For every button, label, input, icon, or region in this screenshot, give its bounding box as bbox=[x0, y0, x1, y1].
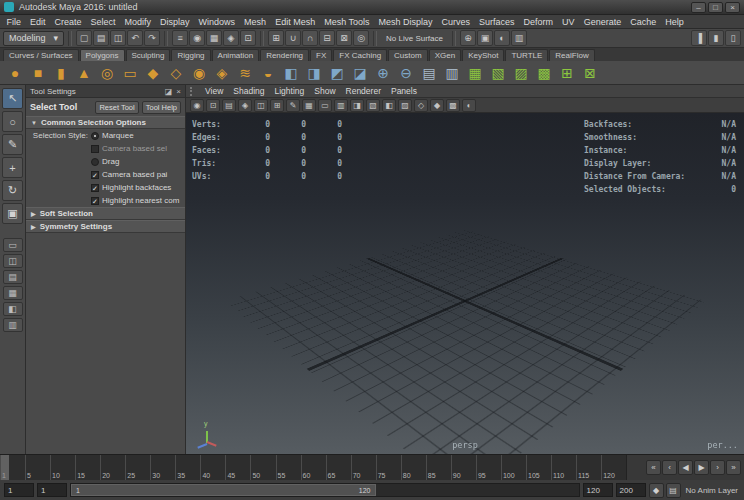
timeline-tick[interactable]: 105 bbox=[526, 455, 551, 480]
shelf-tab[interactable]: Polygons bbox=[80, 49, 125, 61]
boolean-intersection-icon[interactable]: ◩ bbox=[327, 63, 347, 83]
camera-based-selection-checkbox[interactable] bbox=[91, 145, 99, 153]
menu-item[interactable]: Generate bbox=[579, 17, 626, 27]
maximize-button[interactable]: □ bbox=[708, 2, 723, 13]
vp-lights-icon[interactable]: ◐ bbox=[462, 99, 476, 112]
timeline-tick[interactable]: 120 bbox=[601, 455, 626, 480]
snap-to-grid-icon[interactable]: ⊞ bbox=[268, 30, 284, 46]
vp-resolution-gate-icon[interactable]: ▥ bbox=[334, 99, 348, 112]
toggle-attribute-editor-icon[interactable]: ▐ bbox=[691, 30, 707, 46]
menu-item[interactable]: Mesh Display bbox=[374, 17, 437, 27]
sculpt-icon[interactable]: ⊠ bbox=[580, 63, 600, 83]
undo-icon[interactable]: ↶ bbox=[127, 30, 143, 46]
timeline-tick[interactable]: 110 bbox=[551, 455, 576, 480]
poly-plane-icon[interactable]: ▭ bbox=[120, 63, 140, 83]
menu-item[interactable]: Mesh Tools bbox=[320, 17, 374, 27]
viewport-menu-item[interactable]: Shading bbox=[228, 86, 269, 96]
render-settings-icon[interactable]: ▥ bbox=[511, 30, 527, 46]
layout-two-panes-stacked-button[interactable]: ▤ bbox=[3, 270, 23, 284]
boolean-union-icon[interactable]: ◧ bbox=[281, 63, 301, 83]
poly-pyramid-icon[interactable]: ◆ bbox=[143, 63, 163, 83]
reset-tool-button[interactable]: Reset Tool bbox=[95, 101, 138, 114]
make-live-icon[interactable]: ◎ bbox=[353, 30, 369, 46]
ipr-render-icon[interactable]: ◐ bbox=[494, 30, 510, 46]
timeline-tick[interactable]: 35 bbox=[175, 455, 200, 480]
vp-bookmark-icon[interactable]: ◈ bbox=[238, 99, 252, 112]
timeline-tick[interactable]: 95 bbox=[476, 455, 501, 480]
boolean-difference-icon[interactable]: ◨ bbox=[304, 63, 324, 83]
poly-cylinder-icon[interactable]: ▮ bbox=[51, 63, 71, 83]
viewport-canvas[interactable]: Verts: 0 0 0 Edges: 0 0 0 bbox=[186, 113, 744, 454]
menu-item[interactable]: UV bbox=[558, 17, 580, 27]
mirror-icon[interactable]: ▥ bbox=[442, 63, 462, 83]
select-component-icon[interactable]: ▦ bbox=[206, 30, 222, 46]
vp-safe-action-icon[interactable]: ◧ bbox=[382, 99, 396, 112]
poly-platonic-icon[interactable]: ◇ bbox=[166, 63, 186, 83]
timeline-tick[interactable]: 60 bbox=[301, 455, 326, 480]
range-slider-bar[interactable]: 1 120 bbox=[71, 484, 376, 496]
lasso-tool-button[interactable]: ○ bbox=[2, 111, 23, 132]
vp-image-plane-icon[interactable]: ◫ bbox=[254, 99, 268, 112]
snap-to-surface-icon[interactable]: ⊠ bbox=[336, 30, 352, 46]
vp-gate-mask-icon[interactable]: ◨ bbox=[350, 99, 364, 112]
marquee-radio[interactable] bbox=[91, 132, 99, 140]
selection-mask-icon[interactable]: ◈ bbox=[223, 30, 239, 46]
close-button[interactable]: × bbox=[725, 2, 740, 13]
go-to-end-button[interactable]: » bbox=[726, 460, 741, 475]
new-scene-icon[interactable]: ▢ bbox=[76, 30, 92, 46]
toggle-channel-box-icon[interactable]: ▯ bbox=[725, 30, 741, 46]
menu-item[interactable]: Edit bbox=[26, 17, 51, 27]
timeline-tick[interactable]: 15 bbox=[75, 455, 100, 480]
shelf-tab[interactable]: Rendering bbox=[260, 49, 309, 61]
timeline-tick[interactable]: 70 bbox=[351, 455, 376, 480]
shelf-tab[interactable]: TURTLE bbox=[505, 49, 548, 61]
multi-cut-icon[interactable]: ▧ bbox=[488, 63, 508, 83]
panel-grip-icon[interactable] bbox=[190, 87, 196, 96]
highlight-backfaces-checkbox[interactable]: ✓ bbox=[91, 184, 99, 192]
layout-hypershade-persp-button[interactable]: ▥ bbox=[3, 318, 23, 332]
open-scene-icon[interactable]: ▤ bbox=[93, 30, 109, 46]
combine-icon[interactable]: ◪ bbox=[350, 63, 370, 83]
timeline-tick[interactable]: 20 bbox=[100, 455, 125, 480]
timeline-tick[interactable]: 65 bbox=[326, 455, 351, 480]
menu-set-dropdown[interactable]: Modeling ▾ bbox=[3, 31, 64, 46]
target-weld-icon[interactable]: ▨ bbox=[511, 63, 531, 83]
timeline-tick[interactable]: 50 bbox=[250, 455, 275, 480]
crease-icon[interactable]: ⊞ bbox=[557, 63, 577, 83]
vp-field-chart-icon[interactable]: ▧ bbox=[366, 99, 380, 112]
camera-based-paint-checkbox[interactable]: ✓ bbox=[91, 171, 99, 179]
step-back-button[interactable]: ‹ bbox=[662, 460, 677, 475]
poly-pipe-icon[interactable]: ◉ bbox=[189, 63, 209, 83]
shelf-tab[interactable]: FX bbox=[310, 49, 332, 61]
timeline-tick[interactable]: 75 bbox=[376, 455, 401, 480]
highlight-nearest-checkbox[interactable]: ✓ bbox=[91, 197, 99, 205]
construction-history-icon[interactable]: ⊕ bbox=[460, 30, 476, 46]
playback-start-field[interactable]: 1 bbox=[37, 483, 67, 497]
viewport-menu-item[interactable]: Lighting bbox=[269, 86, 309, 96]
menu-item[interactable]: Windows bbox=[194, 17, 240, 27]
timeline-tick[interactable]: 90 bbox=[451, 455, 476, 480]
snap-to-curve-icon[interactable]: ∪ bbox=[285, 30, 301, 46]
menu-item[interactable]: Mesh bbox=[240, 17, 271, 27]
menu-item[interactable]: Surfaces bbox=[475, 17, 520, 27]
vp-camera-attributes-icon[interactable]: ▤ bbox=[222, 99, 236, 112]
snap-to-point-icon[interactable]: ∩ bbox=[302, 30, 318, 46]
vp-textured-icon[interactable]: ▩ bbox=[446, 99, 460, 112]
scale-tool-button[interactable]: ▣ bbox=[2, 203, 23, 224]
poly-helix-icon[interactable]: ≋ bbox=[235, 63, 255, 83]
vp-2d-pan-zoom-icon[interactable]: ⊞ bbox=[270, 99, 284, 112]
minimize-button[interactable]: – bbox=[691, 2, 706, 13]
viewport-menu-item[interactable]: View bbox=[200, 86, 228, 96]
section-common-selection-options[interactable]: ▼ Common Selection Options bbox=[26, 116, 185, 129]
select-object-icon[interactable]: ◉ bbox=[189, 30, 205, 46]
menu-item[interactable]: Select bbox=[86, 17, 120, 27]
extrude-icon[interactable]: ⊕ bbox=[373, 63, 393, 83]
timeline-tick[interactable]: 5 bbox=[25, 455, 50, 480]
menu-item[interactable]: Modify bbox=[120, 17, 156, 27]
menu-item[interactable]: Create bbox=[50, 17, 86, 27]
timeline-tick[interactable]: 55 bbox=[276, 455, 301, 480]
shelf-tab[interactable]: RealFlow bbox=[549, 49, 594, 61]
shelf-tab[interactable]: KeyShot bbox=[462, 49, 504, 61]
current-frame-marker[interactable] bbox=[1, 455, 9, 480]
playback-end-field[interactable]: 120 bbox=[583, 483, 613, 497]
